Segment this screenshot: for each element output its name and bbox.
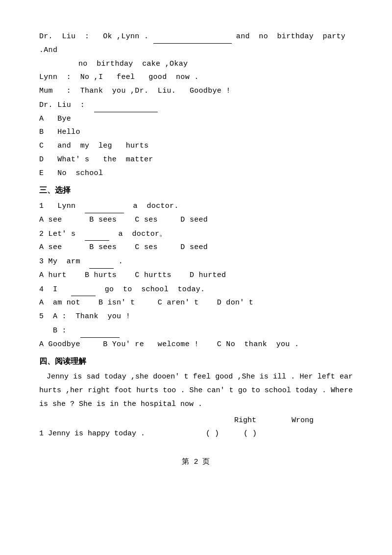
q5-text-a: 5 A : Thank you ! bbox=[39, 310, 353, 324]
q3-options: A hurt B hurts C hurtts D hurted bbox=[39, 269, 353, 282]
page-content: Dr. Liu : Ok ,Lynn . and no birthday par… bbox=[39, 29, 353, 469]
blank-2 bbox=[94, 98, 158, 112]
option-c: C and my leg hurts bbox=[39, 139, 353, 153]
q1-blank bbox=[85, 199, 124, 213]
section3-title: 三、选择 bbox=[39, 184, 353, 198]
rw-q1-text: 1 Jenny is happy today . bbox=[39, 427, 206, 441]
rw-header: Right Wrong bbox=[39, 414, 353, 427]
q2-options: A see B sees C ses D seed bbox=[39, 241, 353, 254]
q4-options: A am not B isn' t C aren' t D don' t bbox=[39, 296, 353, 310]
q2-text: 2 Let' s a doctor。 bbox=[39, 227, 353, 241]
q5-options: A Goodbye B You' re welcome ! C No thank… bbox=[39, 338, 353, 352]
option-d: D What' s the matter bbox=[39, 153, 353, 167]
q1-options: A see B sees C ses D seed bbox=[39, 213, 353, 227]
blank-1 bbox=[153, 29, 232, 44]
q4-blank bbox=[71, 282, 96, 297]
option-a: A Bye bbox=[39, 112, 353, 126]
q1-text: 1 Lynn a doctor. bbox=[39, 199, 353, 213]
section3: 三、选择 1 Lynn a doctor. A see B sees C ses… bbox=[39, 184, 353, 351]
section4-title: 四、阅读理解 bbox=[39, 355, 353, 369]
rw-q1-brackets: ( ) ( ) bbox=[206, 427, 257, 441]
reading-paragraph: Jenny is sad today ,she dooen' t feel go… bbox=[39, 370, 353, 411]
dialog-line-3: Mum : Thank you ,Dr. Liu. Goodbye ! bbox=[39, 84, 353, 98]
dialog-section: Dr. Liu : Ok ,Lynn . and no birthday par… bbox=[39, 29, 353, 180]
dialog-line-2: Lynn : No ,I feel good now . bbox=[39, 71, 353, 84]
q3-blank bbox=[89, 254, 114, 269]
dialog-line-1: Dr. Liu : Ok ,Lynn . and no birthday par… bbox=[39, 29, 353, 57]
right-bracket-1: ( ) bbox=[206, 427, 219, 441]
wrong-label: Wrong bbox=[292, 416, 314, 425]
q5-blank bbox=[80, 324, 120, 338]
dialog-line-4: Dr. Liu : bbox=[39, 98, 353, 112]
right-label: Right bbox=[234, 416, 256, 425]
rw-row-1: 1 Jenny is happy today . ( ) ( ) bbox=[39, 427, 353, 441]
option-b: B Hello bbox=[39, 126, 353, 139]
q4-text: 4 I go to school today. bbox=[39, 282, 353, 297]
q2-blank bbox=[85, 227, 109, 241]
section4: 四、阅读理解 Jenny is sad today ,she dooen' t … bbox=[39, 355, 353, 441]
wrong-bracket-1: ( ) bbox=[244, 427, 257, 441]
dialog-line-1-cont: no birthday cake ,Okay bbox=[78, 57, 353, 71]
q3-text: 3 My arm . bbox=[39, 254, 353, 269]
option-e: E No school bbox=[39, 167, 353, 180]
q5-text-b: B : bbox=[39, 324, 353, 338]
page-number: 第 2 页 bbox=[39, 455, 353, 469]
